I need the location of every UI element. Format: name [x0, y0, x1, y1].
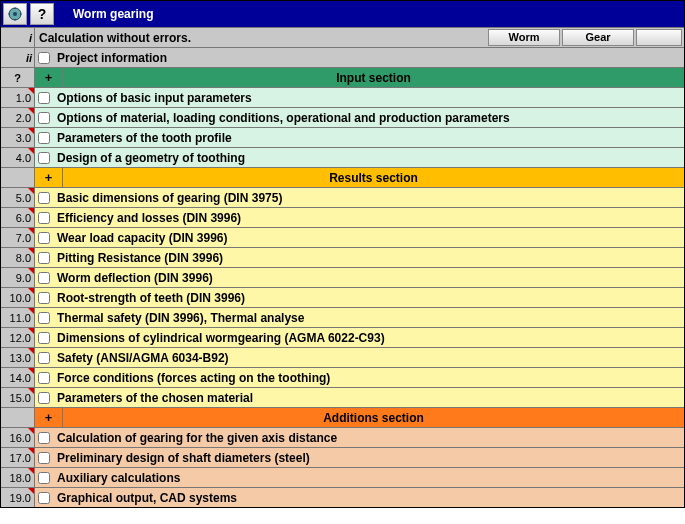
checkbox-cell: [35, 348, 53, 367]
empty-button[interactable]: [636, 29, 682, 46]
row-checkbox[interactable]: [38, 252, 50, 264]
row-number: 13.0: [1, 348, 35, 367]
header-buttons: Worm Gear: [486, 28, 684, 47]
worm-button[interactable]: Worm: [488, 29, 560, 46]
list-item[interactable]: 4.0Design of a geometry of toothing: [1, 147, 684, 167]
row-label[interactable]: Auxiliary calculations: [53, 468, 684, 487]
project-checkbox[interactable]: [38, 52, 50, 64]
input-section-header: ? + Input section: [1, 67, 684, 87]
row-checkbox[interactable]: [38, 92, 50, 104]
row-label[interactable]: Safety (ANSI/AGMA 6034-B92): [53, 348, 684, 367]
checkbox-cell: [35, 468, 53, 487]
list-item[interactable]: 15.0Parameters of the chosen material: [1, 387, 684, 407]
row-number: 17.0: [1, 448, 35, 467]
status-text: Calculation without errors.: [35, 28, 486, 47]
row-checkbox[interactable]: [38, 452, 50, 464]
row-label[interactable]: Calculation of gearing for the given axi…: [53, 428, 684, 447]
list-item[interactable]: 7.0Wear load capacity (DIN 3996): [1, 227, 684, 247]
row-number: 18.0: [1, 468, 35, 487]
row-label[interactable]: Root-strength of teeth (DIN 3996): [53, 288, 684, 307]
row-checkbox[interactable]: [38, 292, 50, 304]
row-checkbox[interactable]: [38, 372, 50, 384]
list-item[interactable]: 12.0Dimensions of cylindrical wormgearin…: [1, 327, 684, 347]
list-item[interactable]: 10.0Root-strength of teeth (DIN 3996): [1, 287, 684, 307]
row-checkbox[interactable]: [38, 432, 50, 444]
app-window: ? Worm gearing i Calculation without err…: [0, 0, 685, 508]
row-checkbox[interactable]: [38, 192, 50, 204]
row-label[interactable]: Worm deflection (DIN 3996): [53, 268, 684, 287]
row-checkbox[interactable]: [38, 312, 50, 324]
row-label[interactable]: Design of a geometry of toothing: [53, 148, 684, 167]
row-number: 7.0: [1, 228, 35, 247]
row-checkbox[interactable]: [38, 352, 50, 364]
expand-toggle[interactable]: +: [35, 68, 63, 87]
row-label[interactable]: Parameters of the tooth profile: [53, 128, 684, 147]
row-checkbox[interactable]: [38, 332, 50, 344]
checkbox-cell: [35, 188, 53, 207]
list-item[interactable]: 14.0Force conditions (forces acting on t…: [1, 367, 684, 387]
list-item[interactable]: 2.0Options of material, loading conditio…: [1, 107, 684, 127]
list-item[interactable]: 19.0Graphical output, CAD systems: [1, 487, 684, 507]
row-checkbox[interactable]: [38, 112, 50, 124]
row-number: 6.0: [1, 208, 35, 227]
checkbox-cell: [35, 208, 53, 227]
list-item[interactable]: 3.0Parameters of the tooth profile: [1, 127, 684, 147]
row-label[interactable]: Thermal safety (DIN 3996), Thermal analy…: [53, 308, 684, 327]
grey-cell: [1, 408, 35, 427]
title-bar: ? Worm gearing: [1, 1, 684, 27]
list-item[interactable]: 18.0Auxiliary calculations: [1, 467, 684, 487]
project-row: ii Project information: [1, 47, 684, 67]
help-cell[interactable]: ?: [1, 68, 35, 87]
expand-toggle[interactable]: +: [35, 408, 63, 427]
checkbox-cell: [35, 148, 53, 167]
row-number: 9.0: [1, 268, 35, 287]
row-checkbox[interactable]: [38, 472, 50, 484]
row-number: 3.0: [1, 128, 35, 147]
row-number: 1.0: [1, 88, 35, 107]
row-label[interactable]: Wear load capacity (DIN 3996): [53, 228, 684, 247]
row-label[interactable]: Efficiency and losses (DIN 3996): [53, 208, 684, 227]
row-label[interactable]: Parameters of the chosen material: [53, 388, 684, 407]
row-label[interactable]: Options of material, loading conditions,…: [53, 108, 684, 127]
checkbox-cell: [35, 488, 53, 507]
gear-button[interactable]: Gear: [562, 29, 634, 46]
row-label[interactable]: Basic dimensions of gearing (DIN 3975): [53, 188, 684, 207]
help-button[interactable]: ?: [30, 3, 54, 25]
project-label[interactable]: Project information: [53, 48, 684, 67]
row-checkbox[interactable]: [38, 392, 50, 404]
checkbox-cell: [35, 108, 53, 127]
row-checkbox[interactable]: [38, 132, 50, 144]
checkbox-cell: [35, 368, 53, 387]
expand-toggle[interactable]: +: [35, 168, 63, 187]
list-item[interactable]: 1.0Options of basic input parameters: [1, 87, 684, 107]
app-icon[interactable]: [3, 3, 27, 25]
row-checkbox[interactable]: [38, 212, 50, 224]
list-item[interactable]: 9.0Worm deflection (DIN 3996): [1, 267, 684, 287]
list-item[interactable]: 13.0Safety (ANSI/AGMA 6034-B92): [1, 347, 684, 367]
row-number: 10.0: [1, 288, 35, 307]
row-label[interactable]: Force conditions (forces acting on the t…: [53, 368, 684, 387]
list-item[interactable]: 8.0Pitting Resistance (DIN 3996): [1, 247, 684, 267]
list-item[interactable]: 16.0Calculation of gearing for the given…: [1, 427, 684, 447]
row-number: 4.0: [1, 148, 35, 167]
row-label[interactable]: Graphical output, CAD systems: [53, 488, 684, 507]
row-label[interactable]: Options of basic input parameters: [53, 88, 684, 107]
row-checkbox[interactable]: [38, 232, 50, 244]
row-checkbox[interactable]: [38, 492, 50, 504]
checkbox-cell: [35, 88, 53, 107]
results-section-header: + Results section: [1, 167, 684, 187]
row-label[interactable]: Preliminary design of shaft diameters (s…: [53, 448, 684, 467]
list-item[interactable]: 11.0Thermal safety (DIN 3996), Thermal a…: [1, 307, 684, 327]
checkbox-cell: [35, 448, 53, 467]
row-label[interactable]: Dimensions of cylindrical wormgearing (A…: [53, 328, 684, 347]
row-checkbox[interactable]: [38, 152, 50, 164]
section-title: Results section: [63, 168, 684, 187]
list-item[interactable]: 6.0Efficiency and losses (DIN 3996): [1, 207, 684, 227]
row-checkbox[interactable]: [38, 272, 50, 284]
checkbox-cell: [35, 128, 53, 147]
list-item[interactable]: 17.0Preliminary design of shaft diameter…: [1, 447, 684, 467]
row-label[interactable]: Pitting Resistance (DIN 3996): [53, 248, 684, 267]
checkbox-cell: [35, 428, 53, 447]
list-item[interactable]: 5.0Basic dimensions of gearing (DIN 3975…: [1, 187, 684, 207]
row-number: 2.0: [1, 108, 35, 127]
